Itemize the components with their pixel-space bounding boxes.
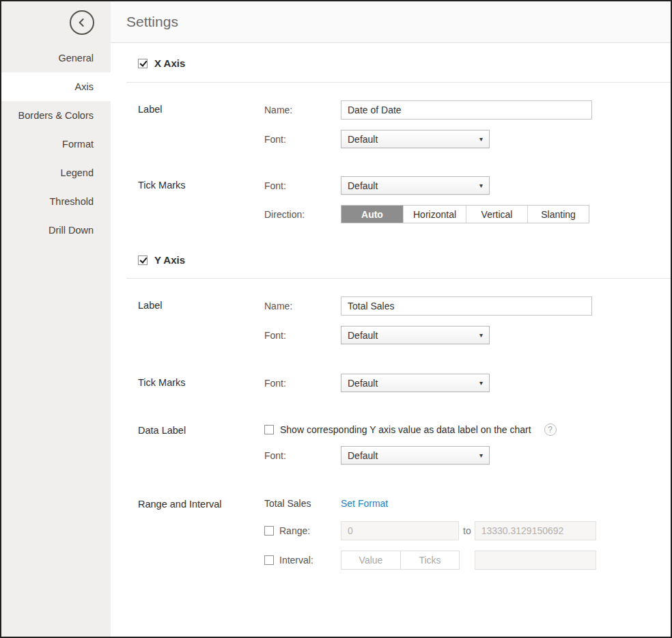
dropdown-arrow-icon: ▾: [479, 380, 483, 387]
x-axis-label-section: Label Name: Font: Default ▾: [126, 100, 671, 158]
y-axis-label-font-select[interactable]: Default ▾: [341, 326, 490, 344]
series-name: Total Sales: [264, 498, 341, 509]
selected-font: Default: [348, 330, 378, 341]
sidebar-item-threshold[interactable]: Threshold: [1, 187, 111, 216]
x-axis-toggle-row: X Axis: [126, 43, 671, 82]
range-min-input: [341, 521, 459, 540]
sidebar-item-drill-down[interactable]: Drill Down: [1, 216, 111, 245]
dropdown-arrow-icon: ▾: [479, 452, 483, 459]
dropdown-arrow-icon: ▾: [479, 182, 483, 189]
range-max-input: [475, 521, 596, 540]
interval-extra-input: [475, 551, 596, 570]
sidebar-item-general[interactable]: General: [1, 44, 111, 72]
name-label: Name:: [264, 105, 341, 115]
page-title: Settings: [126, 14, 178, 30]
selected-font: Default: [348, 134, 378, 145]
font-label: Font:: [264, 180, 341, 191]
direction-option-horizontal[interactable]: Horizontal: [403, 206, 466, 223]
x-axis-tick-font-select[interactable]: Default ▾: [341, 176, 490, 195]
set-format-link[interactable]: Set Format: [341, 498, 388, 509]
name-label: Name:: [264, 301, 341, 311]
x-axis-label-font-select[interactable]: Default ▾: [341, 130, 490, 148]
interval-label: Interval:: [279, 555, 341, 566]
x-axis-name-input[interactable]: [341, 100, 592, 120]
selected-font: Default: [348, 450, 378, 461]
y-axis-title: Y Axis: [154, 254, 185, 266]
x-axis-checkbox[interactable]: [138, 59, 148, 68]
chevron-left-icon: [75, 16, 89, 29]
settings-content: X Axis Label Name: Font: Default ▾: [111, 43, 671, 637]
main-panel: Settings X Axis Label Name: Font:: [111, 1, 671, 637]
sidebar-nav: General Axis Borders & Colors Format Leg…: [1, 44, 111, 245]
interval-ticks-input: [400, 551, 460, 570]
data-label-font-select[interactable]: Default ▾: [341, 446, 490, 464]
dropdown-arrow-icon: ▾: [479, 332, 483, 339]
selected-font: Default: [348, 378, 378, 389]
label-section-title: Label: [138, 296, 264, 355]
divider: [126, 278, 671, 279]
direction-label: Direction:: [264, 209, 341, 220]
back-button-area: [1, 1, 111, 44]
y-axis-tick-marks-section: Tick Marks Font: Default ▾: [126, 374, 671, 402]
range-to-text: to: [463, 525, 471, 536]
interval-value-input: [341, 551, 400, 570]
y-axis-label-section: Label Name: Font: Default ▾: [126, 296, 671, 355]
range-interval-section: Range and Interval Total Sales Set Forma…: [126, 495, 671, 580]
range-checkbox[interactable]: [264, 526, 274, 536]
x-axis-tick-marks-section: Tick Marks Font: Default ▾ Direction: Au…: [126, 176, 671, 234]
sidebar-item-borders-colors[interactable]: Borders & Colors: [1, 101, 111, 130]
direction-option-auto[interactable]: Auto: [341, 206, 403, 223]
help-icon[interactable]: ?: [544, 424, 557, 436]
range-interval-section-title: Range and Interval: [138, 495, 264, 580]
settings-header: Settings: [111, 1, 671, 43]
y-axis-checkbox[interactable]: [138, 255, 148, 265]
direction-option-vertical[interactable]: Vertical: [466, 206, 527, 223]
x-axis-title: X Axis: [154, 57, 185, 69]
font-label: Font:: [264, 378, 341, 389]
direction-option-slanting[interactable]: Slanting: [527, 206, 589, 223]
sidebar-item-format[interactable]: Format: [1, 130, 111, 158]
interval-value-ticks-pair: [341, 551, 460, 570]
sidebar-item-axis[interactable]: Axis: [1, 72, 111, 101]
font-label: Font:: [264, 450, 341, 461]
range-label: Range:: [279, 525, 341, 536]
tick-marks-section-title: Tick Marks: [138, 374, 264, 402]
back-button[interactable]: [70, 10, 94, 35]
dropdown-arrow-icon: ▾: [479, 136, 483, 143]
data-label-section-title: Data Label: [138, 421, 264, 475]
data-label-section: Data Label Show corresponding Y axis val…: [126, 421, 671, 475]
divider: [126, 82, 671, 83]
selected-font: Default: [348, 180, 378, 191]
label-section-title: Label: [138, 100, 264, 158]
font-label: Font:: [264, 330, 341, 341]
font-label: Font:: [264, 134, 341, 145]
sidebar-item-legend[interactable]: Legend: [1, 158, 111, 187]
settings-window: General Axis Borders & Colors Format Leg…: [0, 0, 672, 638]
interval-checkbox[interactable]: [264, 555, 274, 565]
y-axis-tick-font-select[interactable]: Default ▾: [341, 374, 490, 392]
direction-segmented-control: Auto Horizontal Vertical Slanting: [341, 205, 589, 223]
tick-marks-section-title: Tick Marks: [138, 176, 264, 234]
show-data-label-text: Show corresponding Y axis value as data …: [280, 424, 531, 435]
sidebar: General Axis Borders & Colors Format Leg…: [1, 1, 111, 637]
show-data-label-checkbox[interactable]: [264, 425, 274, 434]
y-axis-name-input[interactable]: [341, 296, 592, 316]
y-axis-toggle-row: Y Axis: [126, 234, 671, 278]
